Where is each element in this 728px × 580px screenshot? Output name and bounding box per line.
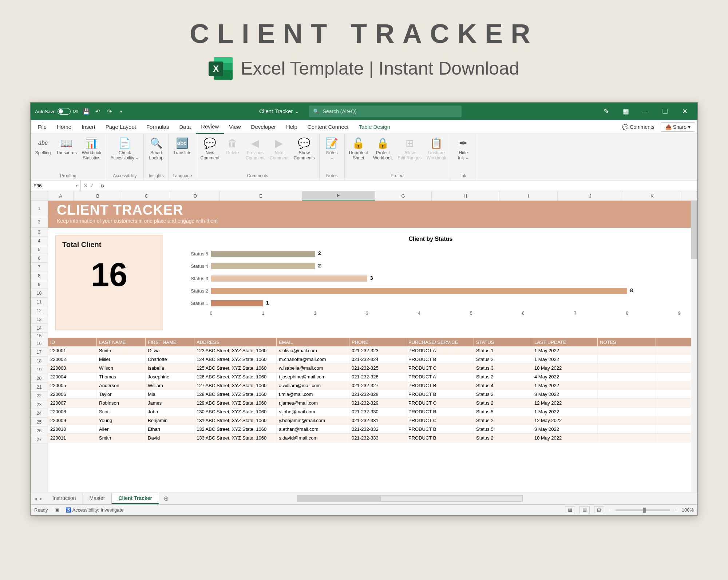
comments-button[interactable]: 💬 Comments [617, 122, 659, 132]
col-header-F[interactable]: F [302, 191, 375, 200]
col-header-A[interactable]: A [48, 191, 74, 200]
th-status[interactable]: STATUS [474, 338, 532, 346]
spreadsheet-grid[interactable]: 1234567891011121314151617181920212223242… [31, 191, 697, 492]
ribbon-unprotect-sheet[interactable]: 🔓UnprotectSheet [347, 135, 370, 162]
table-row[interactable]: 220002MillerCharlotte124 ABC Street, XYZ… [48, 355, 697, 364]
menu-formulas[interactable]: Formulas [141, 120, 174, 134]
table-row[interactable]: 220011SmithDavid133 ABC Street, XYZ Stat… [48, 434, 697, 442]
menu-insert[interactable]: Insert [76, 120, 100, 134]
horizontal-scrollbar[interactable] [173, 495, 697, 502]
qat-dropdown-icon[interactable]: ▾ [118, 108, 124, 115]
col-header-B[interactable]: B [74, 191, 122, 200]
ribbon-protect-workbook[interactable]: 🔒ProtectWorkbook [371, 135, 395, 162]
th-purchase-service[interactable]: PURCHASE/ SERVICE [406, 338, 474, 346]
enter-formula-icon[interactable]: ✓ [90, 183, 94, 188]
ribbon-notes-[interactable]: 📝Notes⌄ [322, 135, 342, 162]
row-header-5[interactable]: 5 [31, 245, 48, 254]
page-break-view-button[interactable]: ⊞ [594, 506, 604, 514]
client-table[interactable]: IDLAST NAMEFIRST NAMEADDRESSEMAILPHONEPU… [48, 338, 697, 442]
row-header-19[interactable]: 19 [31, 365, 48, 374]
col-header-H[interactable]: H [432, 191, 499, 200]
row-header-4[interactable]: 4 [31, 237, 48, 245]
share-button[interactable]: 📤 Share ▾ [661, 122, 695, 132]
table-row[interactable]: 220005AndersonWilliam127 ABC Street, XYZ… [48, 381, 697, 390]
table-row[interactable]: 220006TaylorMia128 ABC Street, XYZ State… [48, 390, 697, 399]
row-header-1[interactable]: 1 [31, 201, 48, 216]
close-button[interactable]: ✕ [675, 103, 695, 120]
document-name[interactable]: Client Tracker ⌄ [259, 108, 299, 115]
tab-nav[interactable]: ◂▸ [31, 496, 46, 501]
table-row[interactable]: 220003WilsonIsabella125 ABC Street, XYZ … [48, 364, 697, 373]
row-header-16[interactable]: 16 [31, 339, 48, 348]
sheet-tab-client-tracker[interactable]: Client Tracker [112, 493, 159, 504]
save-icon[interactable]: 💾 [83, 108, 90, 115]
col-header-I[interactable]: I [499, 191, 558, 200]
col-header-K[interactable]: K [623, 191, 681, 200]
ribbon-check-accessibility-[interactable]: 📄CheckAccessibility ⌄ [108, 135, 142, 162]
row-header-21[interactable]: 21 [31, 383, 48, 392]
select-all-corner[interactable] [31, 191, 48, 201]
menu-help[interactable]: Help [281, 120, 302, 134]
menu-table-design[interactable]: Table Design [353, 120, 395, 134]
row-header-26[interactable]: 26 [31, 426, 48, 435]
th-last-name[interactable]: LAST NAME [97, 338, 146, 346]
row-header-25[interactable]: 25 [31, 418, 48, 426]
minimize-button[interactable]: — [636, 103, 655, 120]
row-header-2[interactable]: 2 [31, 216, 48, 228]
th-notes[interactable]: NOTES [598, 338, 656, 346]
row-header-7[interactable]: 7 [31, 263, 48, 271]
sheet-tab-master[interactable]: Master [83, 493, 112, 504]
redo-icon[interactable]: ↷ [106, 108, 113, 115]
th-first-name[interactable]: FIRST NAME [146, 338, 194, 346]
th-email[interactable]: EMAIL [277, 338, 349, 346]
row-header-24[interactable]: 24 [31, 409, 48, 418]
th-address[interactable]: ADDRESS [194, 338, 277, 346]
row-header-10[interactable]: 10 [31, 289, 48, 298]
macro-record-icon[interactable]: ▣ [55, 507, 59, 513]
column-headers[interactable]: ABCDEFGHIJK [48, 191, 697, 201]
zoom-level[interactable]: 100% [682, 507, 694, 513]
row-header-11[interactable]: 11 [31, 298, 48, 306]
th-id[interactable]: ID [48, 338, 97, 346]
row-header-20[interactable]: 20 [31, 374, 48, 383]
ribbon-show-comments[interactable]: 💬ShowComments [292, 135, 317, 162]
row-header-9[interactable]: 9 [31, 280, 48, 289]
maximize-button[interactable]: ☐ [655, 103, 675, 120]
ribbon-translate[interactable]: 🔤Translate [171, 135, 194, 157]
pen-icon[interactable]: ✎ [596, 103, 616, 120]
row-header-27[interactable]: 27 [31, 435, 48, 444]
row-headers[interactable]: 1234567891011121314151617181920212223242… [31, 191, 48, 492]
vertical-scrollbar[interactable] [691, 201, 697, 492]
row-header-22[interactable]: 22 [31, 392, 48, 400]
row-header-3[interactable]: 3 [31, 228, 48, 237]
table-row[interactable]: 220008ScottJohn130 ABC Street, XYZ State… [48, 408, 697, 416]
ribbon-hide-ink-[interactable]: ✒HideInk ⌄ [453, 135, 474, 162]
menu-home[interactable]: Home [52, 120, 76, 134]
row-header-8[interactable]: 8 [31, 271, 48, 280]
col-header-E[interactable]: E [220, 191, 302, 200]
menu-page-layout[interactable]: Page Layout [100, 120, 141, 134]
table-row[interactable]: 220004ThomasJosephine126 ABC Street, XYZ… [48, 373, 697, 381]
th-phone[interactable]: PHONE [349, 338, 406, 346]
col-header-C[interactable]: C [122, 191, 171, 200]
zoom-in-button[interactable]: + [674, 507, 677, 513]
row-header-18[interactable]: 18 [31, 357, 48, 365]
normal-view-button[interactable]: ▦ [565, 506, 575, 514]
search-input[interactable]: 🔍 Search (Alt+Q) [309, 106, 462, 117]
ribbon-smart-lookup[interactable]: 🔍SmartLookup [146, 135, 166, 162]
menu-file[interactable]: File [33, 120, 52, 134]
undo-icon[interactable]: ↶ [95, 108, 101, 115]
ribbon-new-comment[interactable]: 💬NewComment [198, 135, 222, 162]
app-icon[interactable]: ▦ [616, 103, 636, 120]
menu-content-connect[interactable]: Content Connect [302, 120, 354, 134]
th-last-update[interactable]: LAST UPDATE [532, 338, 598, 346]
ribbon-spelling[interactable]: abcSpelling [33, 135, 53, 157]
add-sheet-button[interactable]: ⊕ [159, 494, 173, 502]
col-header-G[interactable]: G [375, 191, 432, 200]
menu-view[interactable]: View [224, 120, 246, 134]
row-header-6[interactable]: 6 [31, 254, 48, 263]
col-header-D[interactable]: D [171, 191, 220, 200]
row-header-17[interactable]: 17 [31, 348, 48, 357]
row-header-15[interactable]: 15 [31, 333, 48, 339]
table-row[interactable]: 220001SmithOlivia123 ABC Street, XYZ Sta… [48, 346, 697, 355]
